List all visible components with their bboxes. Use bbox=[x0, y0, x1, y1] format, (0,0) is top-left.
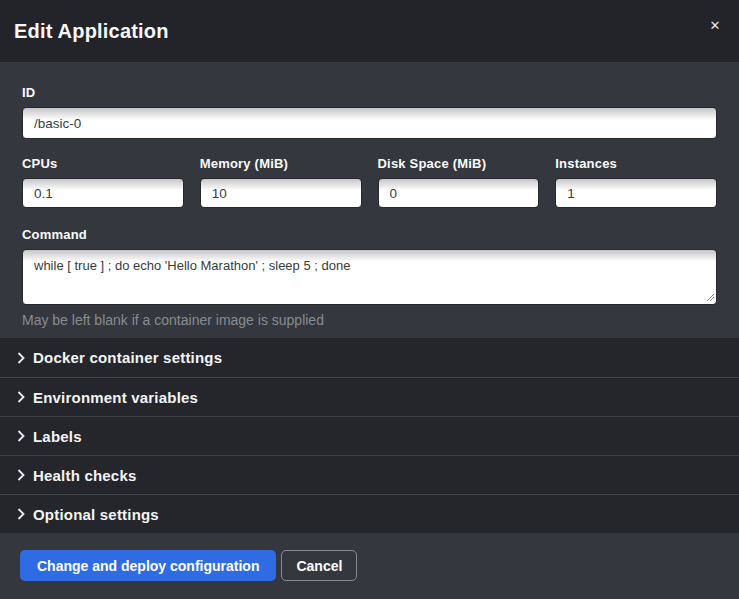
section-label: Health checks bbox=[33, 467, 136, 484]
memory-input[interactable] bbox=[200, 178, 362, 208]
command-label: Command bbox=[22, 227, 717, 242]
disk-label: Disk Space (MiB) bbox=[378, 156, 540, 171]
edit-application-modal: Edit Application ✕ ID CPUs Memory (MiB) … bbox=[0, 0, 739, 599]
memory-field-group: Memory (MiB) bbox=[200, 156, 362, 208]
chevron-right-icon bbox=[17, 391, 25, 403]
id-field-group: ID bbox=[22, 85, 717, 139]
id-label: ID bbox=[22, 85, 717, 100]
command-textarea[interactable]: while [ true ] ; do echo 'Hello Marathon… bbox=[22, 249, 717, 305]
section-label: Optional settings bbox=[33, 506, 159, 523]
change-and-deploy-button[interactable]: Change and deploy configuration bbox=[20, 550, 276, 581]
section-label: Docker container settings bbox=[33, 349, 222, 366]
section-optional-settings[interactable]: Optional settings bbox=[0, 494, 739, 533]
memory-label: Memory (MiB) bbox=[200, 156, 362, 171]
modal-title: Edit Application bbox=[14, 20, 169, 43]
section-docker-container-settings[interactable]: Docker container settings bbox=[0, 338, 739, 377]
cancel-button[interactable]: Cancel bbox=[281, 550, 357, 581]
instances-field-group: Instances bbox=[555, 156, 717, 208]
section-health-checks[interactable]: Health checks bbox=[0, 455, 739, 494]
section-label: Environment variables bbox=[33, 389, 198, 406]
resources-row: CPUs Memory (MiB) Disk Space (MiB) Insta… bbox=[22, 156, 717, 208]
cpus-field-group: CPUs bbox=[22, 156, 184, 208]
command-field-group: Command while [ true ] ; do echo 'Hello … bbox=[22, 227, 717, 328]
disk-field-group: Disk Space (MiB) bbox=[378, 156, 540, 208]
instances-input[interactable] bbox=[555, 178, 717, 208]
cpus-input[interactable] bbox=[22, 178, 184, 208]
modal-footer: Change and deploy configuration Cancel bbox=[0, 533, 739, 599]
id-input[interactable] bbox=[22, 107, 717, 139]
chevron-right-icon bbox=[17, 430, 25, 442]
section-environment-variables[interactable]: Environment variables bbox=[0, 377, 739, 416]
chevron-right-icon bbox=[17, 352, 25, 364]
collapsible-sections: Docker container settings Environment va… bbox=[0, 338, 739, 533]
modal-body: ID CPUs Memory (MiB) Disk Space (MiB) In… bbox=[0, 62, 739, 338]
modal-header: Edit Application ✕ bbox=[0, 0, 739, 62]
cpus-label: CPUs bbox=[22, 156, 184, 171]
close-icon[interactable]: ✕ bbox=[704, 14, 726, 36]
disk-input[interactable] bbox=[378, 178, 540, 208]
command-helper-text: May be left blank if a container image i… bbox=[22, 312, 717, 328]
chevron-right-icon bbox=[17, 508, 25, 520]
section-labels[interactable]: Labels bbox=[0, 416, 739, 455]
chevron-right-icon bbox=[17, 469, 25, 481]
instances-label: Instances bbox=[555, 156, 717, 171]
section-label: Labels bbox=[33, 428, 82, 445]
